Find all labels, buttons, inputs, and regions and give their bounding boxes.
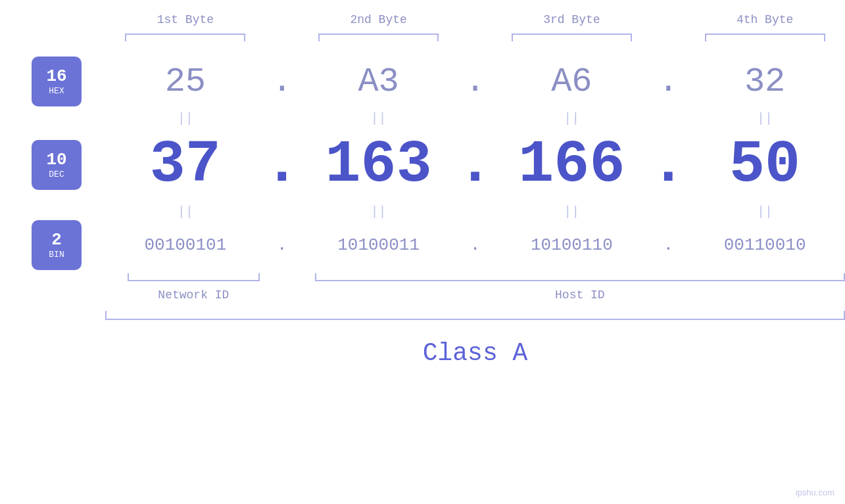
bracket-top-1 <box>105 34 266 41</box>
byte-headers-row: 1st Byte 2nd Byte 3rd Byte 4th Byte <box>0 13 845 26</box>
dec-value-2: 163 <box>299 131 459 198</box>
bracket-bottom-network <box>105 273 282 281</box>
bin-badge: 2 BIN <box>32 220 82 270</box>
bin-value-2: 10100011 <box>299 235 459 255</box>
equals-3: || <box>492 111 652 126</box>
class-row: Class A <box>0 329 845 368</box>
bin-value-1: 00100101 <box>105 235 266 255</box>
hex-value-4: 32 <box>685 62 845 101</box>
network-id-label: Network ID <box>105 288 282 302</box>
bracket-top-4 <box>685 34 845 41</box>
equals-row-2: || || || || <box>0 201 845 222</box>
main-bracket-line <box>105 311 845 320</box>
dec-dot-2: . <box>459 131 492 198</box>
byte4-header: 4th Byte <box>685 13 845 26</box>
hex-dot-1: . <box>266 62 299 101</box>
main-bottom-bracket <box>0 309 845 322</box>
equals-row-1: || || || || <box>0 108 845 129</box>
watermark: ipshu.com <box>796 488 834 497</box>
top-brackets-row <box>0 32 845 43</box>
equals-1: || <box>105 111 266 126</box>
bin-value-4: 00110010 <box>685 235 845 255</box>
bin-dot-2: . <box>459 235 492 255</box>
hex-dot-3: . <box>652 62 685 101</box>
bin-row: 2 BIN 00100101 . 10100011 . 10100110 . <box>0 222 845 268</box>
dec-value-4: 50 <box>685 131 845 198</box>
bracket-top-2 <box>299 34 459 41</box>
equals2-3: || <box>492 204 652 219</box>
dec-value-1: 37 <box>105 131 266 198</box>
host-id-label: Host ID <box>315 288 845 302</box>
hex-row: 16 HEX 25 . A3 . A6 . 32 <box>0 55 845 108</box>
hex-value-2: A3 <box>299 62 459 101</box>
dec-dot-3: . <box>652 131 685 198</box>
equals2-2: || <box>299 204 459 219</box>
id-labels-row: Network ID Host ID <box>0 285 845 305</box>
hex-badge: 16 HEX <box>32 57 82 106</box>
bin-dot-1: . <box>266 235 299 255</box>
byte1-header: 1st Byte <box>105 13 266 26</box>
bin-value-3: 10100110 <box>492 235 652 255</box>
hex-dot-2: . <box>459 62 492 101</box>
byte3-header: 3rd Byte <box>492 13 652 26</box>
dec-dot-1: . <box>266 131 299 198</box>
dec-row: 10 DEC 37 . 163 . 166 . 50 <box>0 129 845 201</box>
bracket-top-3 <box>492 34 652 41</box>
class-label: Class A <box>105 339 845 367</box>
main-container: 1st Byte 2nd Byte 3rd Byte 4th Byte <box>0 0 845 504</box>
equals-2: || <box>299 111 459 126</box>
equals2-4: || <box>685 204 845 219</box>
byte2-header: 2nd Byte <box>299 13 459 26</box>
dec-value-3: 166 <box>492 131 652 198</box>
equals-4: || <box>685 111 845 126</box>
dec-badge: 10 DEC <box>32 140 82 190</box>
bin-dot-3: . <box>652 235 685 255</box>
bracket-bottom-host <box>315 273 845 281</box>
hex-value-3: A6 <box>492 62 652 101</box>
bottom-brackets-row <box>0 271 845 284</box>
hex-value-1: 25 <box>105 62 266 101</box>
equals2-1: || <box>105 204 266 219</box>
